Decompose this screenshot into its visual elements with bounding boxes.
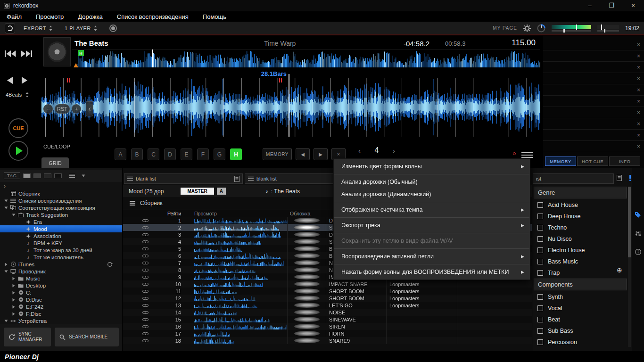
genre-acid-house[interactable]: Acid House [534, 199, 627, 211]
caret-right-icon[interactable] [11, 291, 16, 295]
tree-item-14[interactable]: C: [0, 289, 122, 296]
memory-row[interactable]: × [543, 84, 644, 96]
track-preview[interactable] [182, 259, 288, 266]
list-menu-icon[interactable] [69, 174, 75, 178]
hot-cue-f[interactable]: F [197, 148, 209, 160]
checkbox-unchecked[interactable] [537, 202, 543, 208]
export-mode-dropdown[interactable]: EXPORT [20, 25, 56, 31]
genre-deep-house[interactable]: Deep House [534, 211, 627, 222]
context-menu-item-7[interactable]: Нажать форму волны для ВОСПРОИЗВЕДЕНИЯ и… [334, 266, 530, 278]
hot-cue-g[interactable]: G [214, 148, 225, 160]
context-menu-item-3[interactable]: Отображение счетчика темпа▶ [334, 204, 530, 216]
delete-icon[interactable]: × [637, 109, 640, 116]
zoom-out-button[interactable]: − [43, 104, 53, 114]
caret-right-icon[interactable] [4, 263, 8, 266]
memory-previous-button[interactable]: ◀ [296, 148, 310, 160]
level-slider[interactable] [552, 30, 591, 32]
preview-waveform[interactable] [194, 288, 288, 294]
caret-down-icon[interactable] [4, 270, 8, 273]
level-slider[interactable] [597, 30, 619, 32]
track-row[interactable]: 13LET'S GOLoopmasters [123, 302, 532, 309]
search-back-button[interactable] [7, 77, 13, 84]
component-percussion[interactable]: Percussion [534, 337, 627, 348]
deck-menu-button[interactable] [521, 152, 533, 158]
delete-icon[interactable]: × [637, 143, 640, 150]
detail-waveform[interactable] [41, 78, 540, 137]
previous-track-button[interactable] [5, 50, 16, 57]
preview-waveform[interactable] [194, 224, 288, 230]
track-preview[interactable] [182, 316, 288, 323]
checkbox-unchecked[interactable] [537, 247, 543, 253]
tree-item-1[interactable]: Списки воспроизведения [0, 197, 122, 204]
sync-manager-button[interactable]: SYNC MANAGER [4, 328, 51, 346]
track-preview[interactable] [182, 330, 288, 337]
color-swatch-4[interactable] [54, 173, 62, 178]
preview-waveform[interactable] [194, 337, 288, 344]
caret-down-icon[interactable] [11, 214, 16, 216]
context-menu-item-6[interactable]: Воспроизведение активной петли▶ [334, 250, 530, 263]
overview-waveform[interactable] [77, 49, 540, 67]
preview-waveform[interactable] [194, 239, 288, 245]
delete-icon[interactable]: × [637, 64, 640, 71]
tree-item-7[interactable]: ♪BPM + KEY [0, 239, 122, 247]
player-count-dropdown[interactable]: 1 PLAYER [61, 25, 101, 31]
preview-waveform[interactable] [194, 281, 288, 287]
track-preview[interactable] [182, 280, 288, 288]
track-preview[interactable] [182, 252, 288, 259]
track-row[interactable]: 17HORN [123, 330, 532, 337]
track-preview[interactable] [182, 309, 288, 316]
checkbox-unchecked[interactable] [537, 270, 543, 276]
loop-double-button[interactable]: › [393, 147, 395, 155]
context-menu-item-1[interactable]: Анализ дорожки (Обычный) [334, 176, 530, 188]
context-menu-item-4[interactable]: Экспорт трека▶ [334, 219, 530, 231]
caret-down-icon[interactable] [4, 320, 8, 322]
tree-item-4[interactable]: Era [0, 218, 122, 225]
track-preview[interactable] [182, 238, 288, 245]
track-preview[interactable] [182, 288, 288, 295]
track-row[interactable]: 12SHORT BOOMLoopmasters [123, 295, 532, 302]
track-row[interactable]: 11SHORT BOOMLoopmasters [123, 288, 532, 295]
sidebar-expander[interactable]: › [4, 183, 6, 189]
column-artwork[interactable]: Обложка [288, 210, 326, 217]
caret-down-icon[interactable] [4, 206, 8, 209]
preview-waveform[interactable] [194, 316, 288, 322]
tree-item-0[interactable]: Сборник [0, 190, 122, 197]
master-badge[interactable]: MASTER [181, 188, 214, 195]
memory-row[interactable]: × [543, 107, 644, 118]
playlist-tab-3[interactable]: ist [533, 173, 614, 184]
genre-section-header[interactable]: Genre [534, 187, 627, 198]
settings-gear-icon[interactable] [523, 25, 531, 32]
preview-waveform[interactable] [194, 217, 288, 223]
preview-waveform[interactable] [194, 274, 288, 280]
track-preview[interactable] [182, 337, 288, 344]
delete-icon[interactable]: × [637, 41, 640, 48]
context-menu-item-2[interactable]: Анализ дорожки (Динамический) [334, 188, 530, 200]
filter-knob-icon[interactable] [537, 24, 545, 33]
genre-trap[interactable]: Trap [534, 267, 627, 279]
rekordbox-icon[interactable] [5, 23, 15, 33]
memory-row[interactable]: × [543, 50, 644, 62]
genre-bass-music[interactable]: Bass Music [534, 256, 627, 267]
checkbox-unchecked[interactable] [537, 214, 543, 219]
preview-waveform[interactable] [194, 260, 288, 266]
grid-button[interactable]: GRID [41, 157, 69, 168]
genre-nu-disco[interactable]: Nu Disco [534, 233, 627, 245]
checkbox-unchecked[interactable] [537, 305, 543, 311]
track-row[interactable]: 10IMPACT SNARELoopmasters [123, 280, 532, 288]
caret-right-icon[interactable] [11, 305, 16, 309]
checkbox-unchecked[interactable] [537, 259, 543, 264]
tag-button[interactable]: TAG [4, 173, 20, 179]
tag-icon[interactable] [635, 212, 641, 218]
delete-icon[interactable]: × [637, 53, 640, 59]
memory-row[interactable]: × [543, 141, 644, 152]
hot-cue-c[interactable]: C [148, 148, 159, 160]
filter-scrollbar[interactable] [628, 187, 631, 347]
delete-icon[interactable]: × [637, 132, 640, 139]
checkbox-unchecked[interactable] [537, 294, 543, 300]
deck-assign-badge[interactable]: A [217, 188, 226, 195]
component-vocal[interactable]: Vocal [534, 303, 627, 314]
color-swatch-3[interactable] [44, 173, 51, 178]
tree-item-11[interactable]: Проводник [0, 268, 122, 275]
menubar-item-3[interactable]: Список воспроизведения [117, 13, 189, 20]
preview-waveform[interactable] [194, 231, 288, 238]
